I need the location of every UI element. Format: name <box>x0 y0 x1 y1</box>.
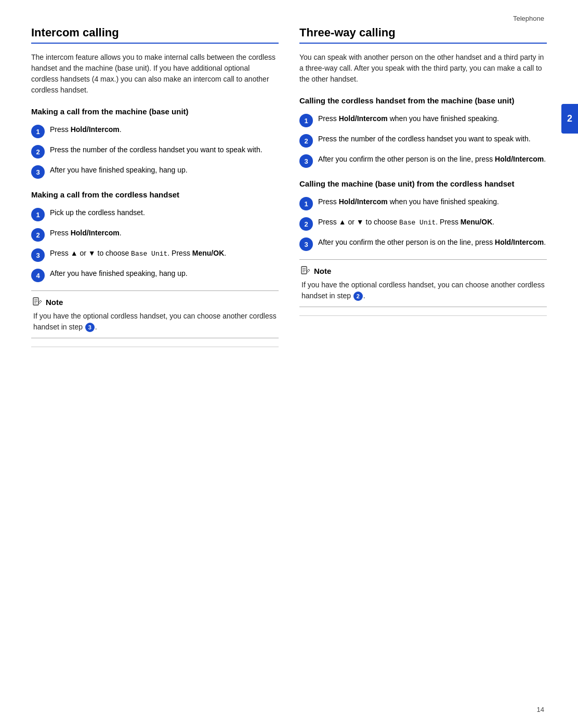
step-text-1: Press Hold/Intercom when you have finish… <box>318 196 547 207</box>
intercom-intro: The intercom feature allows you to make … <box>31 52 279 96</box>
threeway-subsec2-title: Calling the machine (base unit) from the… <box>299 178 547 189</box>
note-header: Note <box>31 296 279 308</box>
step-text-2: Press the number of the cordless handset… <box>50 144 279 155</box>
threeway-steps1: 1 Press Hold/Intercom when you have fini… <box>299 113 547 168</box>
step-item: 2 Press the number of the cordless hands… <box>31 144 279 158</box>
intercom-subsection2: Making a call from the cordless handset … <box>31 189 279 282</box>
threeway-steps2: 1 Press Hold/Intercom when you have fini… <box>299 196 547 251</box>
step-item: 2 Press the number of the cordless hands… <box>299 134 547 148</box>
step-item: 3 After you confirm the other person is … <box>299 154 547 168</box>
three-way-title: Three-way calling <box>299 26 547 44</box>
step-text-3: Press ▲ or ▼ to choose Base Unit. Press … <box>50 248 279 259</box>
intercom-note-box: Note If you have the optional cordless h… <box>31 290 279 338</box>
step-text-1: Press Hold/Intercom when you have finish… <box>318 113 547 124</box>
note-step-ref: 2 <box>353 292 363 301</box>
threeway-subsection1: Calling the cordless handset from the ma… <box>299 95 547 168</box>
step-item: 2 Press Hold/Intercom. <box>31 228 279 242</box>
step-text-1: Pick up the cordless handset. <box>50 207 279 218</box>
step-item: 3 After you have finished speaking, hang… <box>31 165 279 179</box>
note-text: If you have the optional cordless handse… <box>31 311 279 333</box>
step-text-2: Press Hold/Intercom. <box>50 228 279 239</box>
note-text: If you have the optional cordless handse… <box>299 280 547 301</box>
threeway-subsection2: Calling the machine (base unit) from the… <box>299 178 547 251</box>
intercom-subsec1-title: Making a call from the machine (base uni… <box>31 106 279 117</box>
step-item: 2 Press ▲ or ▼ to choose Base Unit. Pres… <box>299 217 547 231</box>
step-item: 1 Press Hold/Intercom when you have fini… <box>299 196 547 210</box>
threeway-subsec1-title: Calling the cordless handset from the ma… <box>299 95 547 106</box>
intercom-calling-title: Intercom calling <box>31 26 279 44</box>
intercom-steps2: 1 Pick up the cordless handset. 2 Press … <box>31 207 279 282</box>
step-item: 1 Press Hold/Intercom when you have fini… <box>299 113 547 127</box>
step-item: 4 After you have finished speaking, hang… <box>31 268 279 282</box>
left-col-divider <box>31 347 279 347</box>
header-label: Telephone <box>513 15 544 22</box>
three-way-intro: You can speak with another person on the… <box>299 52 547 85</box>
step-circle-1: 1 <box>299 114 313 127</box>
step-item: 1 Press Hold/Intercom. <box>31 124 279 138</box>
threeway-note-box: Note If you have the optional cordless h… <box>299 259 547 307</box>
note-step-ref: 3 <box>85 323 95 332</box>
step-text-3: After you have finished speaking, hang u… <box>50 165 279 176</box>
step-circle-1: 1 <box>31 125 45 138</box>
left-column: Intercom calling The intercom feature al… <box>31 26 279 347</box>
step-text-3: After you confirm the other person is on… <box>318 154 547 165</box>
intercom-steps1: 1 Press Hold/Intercom. 2 Press the numbe… <box>31 124 279 179</box>
note-label: Note <box>46 298 63 307</box>
note-label: Note <box>314 267 331 275</box>
step-circle-2: 2 <box>299 217 313 231</box>
step-text-3: After you confirm the other person is on… <box>318 237 547 248</box>
step-circle-3: 3 <box>299 154 313 168</box>
note-icon <box>31 296 43 308</box>
intercom-subsec2-title: Making a call from the cordless handset <box>31 189 279 200</box>
two-column-layout: Intercom calling The intercom feature al… <box>31 26 547 347</box>
page-container: Telephone 2 Intercom calling The interco… <box>0 0 578 728</box>
page-number: 14 <box>537 706 544 713</box>
step-circle-4: 4 <box>31 269 45 282</box>
right-column: Three-way calling You can speak with ano… <box>299 26 547 347</box>
step-circle-1: 1 <box>31 208 45 221</box>
right-col-divider <box>299 315 547 316</box>
step-circle-3: 3 <box>31 248 45 262</box>
note-icon <box>299 265 311 276</box>
step-item: 1 Pick up the cordless handset. <box>31 207 279 221</box>
intercom-subsection1: Making a call from the machine (base uni… <box>31 106 279 179</box>
step-circle-1: 1 <box>299 197 313 210</box>
step-text-4: After you have finished speaking, hang u… <box>50 268 279 279</box>
step-circle-3: 3 <box>299 237 313 251</box>
step-item: 3 Press ▲ or ▼ to choose Base Unit. Pres… <box>31 248 279 262</box>
step-circle-2: 2 <box>299 134 313 148</box>
step-text-1: Press Hold/Intercom. <box>50 124 279 135</box>
step-circle-3: 3 <box>31 165 45 179</box>
step-circle-2: 2 <box>31 145 45 158</box>
step-text-2: Press ▲ or ▼ to choose Base Unit. Press … <box>318 217 547 228</box>
step-item: 3 After you confirm the other person is … <box>299 237 547 251</box>
step-circle-2: 2 <box>31 228 45 242</box>
step-text-2: Press the number of the cordless handset… <box>318 134 547 144</box>
chapter-tab: 2 <box>561 104 578 134</box>
note-header: Note <box>299 265 547 276</box>
